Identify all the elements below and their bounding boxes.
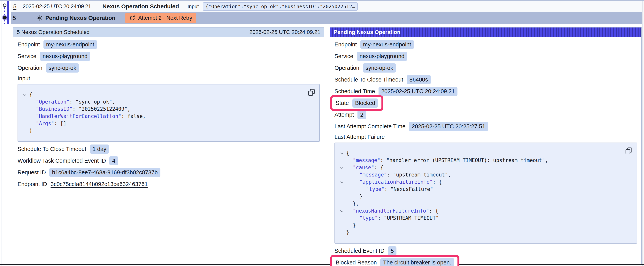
input-section-label: Input bbox=[18, 75, 320, 82]
pending-asterisk-icon bbox=[36, 15, 42, 21]
field-value-badge: 2 bbox=[358, 110, 366, 119]
field-value-badge: 2025-02-25 UTC 20:25:27.51 bbox=[409, 122, 488, 131]
timeline-current-marker-icon[interactable] bbox=[2, 15, 8, 20]
field-row: Operationsync-op-ok bbox=[18, 63, 320, 73]
json-line: { bbox=[337, 150, 632, 157]
scrollbar-track[interactable] bbox=[642, 1, 644, 266]
pending-panel-title: Pending Nexus Operation bbox=[334, 29, 400, 35]
field-label: Endpoint bbox=[334, 41, 357, 48]
field-value-badge: The circuit breaker is open. bbox=[380, 258, 454, 266]
json-line-text: "BusinessID": "20250225122409", bbox=[29, 106, 130, 113]
failure-json-viewer: {"message": "handler error (UPSTREAM_TIM… bbox=[334, 143, 637, 243]
json-line-text: "cause": { bbox=[346, 164, 384, 171]
json-line-text: } bbox=[346, 229, 349, 236]
json-line: "message": "upstream timeout", bbox=[337, 171, 632, 178]
field-value-badge: 5 bbox=[388, 246, 396, 255]
field-row: Scheduled Event ID5 bbox=[334, 246, 637, 255]
json-line: "type": "NexusFailure" bbox=[337, 186, 632, 193]
annotation-highlight-box: Blocked ReasonThe circuit breaker is ope… bbox=[330, 255, 460, 266]
json-line: } bbox=[337, 193, 632, 200]
json-line: "cause": { bbox=[337, 164, 632, 171]
json-line-text: "Args": [] bbox=[29, 120, 66, 127]
json-line-text: { bbox=[346, 150, 349, 157]
field-row: Servicenexus-playground bbox=[334, 52, 637, 61]
pending-panel-header: Pending Nexus Operation bbox=[330, 28, 641, 37]
field-value-badge: sync-op-ok bbox=[46, 63, 79, 73]
field-label: Workflow Task Completed Event ID bbox=[18, 158, 106, 164]
field-row: Operationsync-op-ok bbox=[334, 63, 637, 73]
field-row: Schedule To Close Timeout1 day bbox=[18, 144, 320, 154]
event-input-preview-badge[interactable]: {"Operation":"sync-op-ok","BusinessID":"… bbox=[203, 2, 358, 11]
field-value-badge: my-nexus-endpoint bbox=[44, 40, 97, 49]
scheduled-panel-body: Endpointmy-nexus-endpointServicenexus-pl… bbox=[13, 37, 324, 189]
event-timestamp: 2025-02-25 UTC 20:24:09.21 bbox=[22, 3, 91, 10]
field-label: Scheduled Time bbox=[334, 88, 375, 95]
field-value-badge: b1c6a4bc-8ee7-468a-9169-df3b02c8737b bbox=[49, 168, 160, 177]
copy-json-button[interactable] bbox=[308, 88, 315, 96]
field-label: State bbox=[336, 100, 349, 106]
json-line-text: "message": "handler error (UPSTREAM_TIME… bbox=[346, 157, 548, 164]
panel-pending-nexus-operation: Pending Nexus Operation Endpointmy-nexus… bbox=[330, 27, 642, 264]
field-label: Operation bbox=[334, 65, 359, 71]
copy-json-button[interactable] bbox=[625, 147, 633, 155]
scheduled-panel-timestamp: 2025-02-25 UTC 20:24:09.21 bbox=[250, 29, 320, 35]
collapse-chevron-icon[interactable] bbox=[20, 91, 29, 98]
json-line: } bbox=[337, 222, 632, 229]
field-row: Endpointmy-nexus-endpoint bbox=[334, 40, 637, 49]
annotation-highlight-box: StateBlocked bbox=[330, 95, 384, 111]
collapse-chevron-icon[interactable] bbox=[337, 207, 346, 214]
json-line-text: } bbox=[29, 127, 32, 134]
json-line-text: { bbox=[29, 91, 32, 98]
pending-row-title: Pending Nexus Operation bbox=[45, 15, 116, 21]
collapse-chevron-icon[interactable] bbox=[337, 178, 346, 186]
chevron-gutter bbox=[20, 127, 29, 134]
json-line-text: }, bbox=[346, 200, 359, 207]
chevron-gutter bbox=[337, 200, 346, 207]
field-value-link[interactable]: 3c0c75ccfa8144b092c13ce632463761 bbox=[51, 181, 148, 187]
field-label: Endpoint ID bbox=[18, 181, 47, 187]
field-label: Blocked Reason bbox=[336, 259, 377, 266]
scheduled-panel-header: 5 Nexus Operation Scheduled 2025-02-25 U… bbox=[13, 28, 324, 37]
json-line-text: "type": "NexusFailure" bbox=[346, 186, 433, 193]
chevron-gutter bbox=[20, 98, 29, 106]
chevron-gutter bbox=[337, 157, 346, 164]
field-value-badge: nexus-playground bbox=[357, 52, 407, 61]
field-row: Endpoint ID3c0c75ccfa8144b092c13ce632463… bbox=[18, 180, 320, 189]
collapse-chevron-icon[interactable] bbox=[337, 150, 346, 157]
page-left-rule bbox=[2, 1, 2, 266]
selected-event-indicator-bar bbox=[8, 1, 9, 24]
json-line-text: "message": "upstream timeout", bbox=[346, 171, 451, 178]
pending-event-id-link[interactable]: 5 bbox=[13, 15, 16, 21]
event-name: Nexus Operation Scheduled bbox=[102, 3, 179, 10]
field-row: Endpointmy-nexus-endpoint bbox=[18, 40, 320, 49]
event-id-link[interactable]: 5 bbox=[13, 3, 16, 10]
json-line: "type": "UPSTREAM_TIMEOUT" bbox=[337, 214, 632, 222]
chevron-gutter bbox=[20, 113, 29, 120]
event-row-nexus-scheduled[interactable]: 5 2025-02-25 UTC 20:24:09.21 Nexus Opera… bbox=[11, 1, 642, 12]
chevron-gutter bbox=[337, 229, 346, 236]
json-line-text: "type": "UPSTREAM_TIMEOUT" bbox=[346, 214, 439, 222]
json-line-text: "applicationFailureInfo": { bbox=[346, 178, 442, 186]
field-label: Attempt bbox=[334, 112, 354, 118]
scheduled-panel-title: 5 Nexus Operation Scheduled bbox=[17, 29, 90, 35]
event-detail-label: Input bbox=[188, 4, 199, 10]
field-row: StateBlocked bbox=[334, 99, 637, 108]
json-line-text: "nexusHandlerFailureInfo": { bbox=[346, 207, 438, 214]
pending-panel-body: Endpointmy-nexus-endpointServicenexus-pl… bbox=[330, 37, 641, 266]
panel-nexus-operation-scheduled: 5 Nexus Operation Scheduled 2025-02-25 U… bbox=[13, 27, 324, 264]
bottom-divider-line bbox=[0, 264, 644, 265]
event-row-pending-nexus-operation[interactable]: 5 Pending Nexus Operation Attempt 2 · Ne… bbox=[11, 12, 642, 24]
field-label: Service bbox=[334, 53, 354, 60]
json-line: }, bbox=[337, 200, 632, 207]
json-line: "nexusHandlerFailureInfo": { bbox=[337, 207, 632, 214]
chevron-gutter bbox=[20, 120, 29, 127]
json-line-text: } bbox=[346, 222, 356, 229]
field-row: Request IDb1c6a4bc-8ee7-468a-9169-df3b02… bbox=[18, 168, 320, 177]
field-label: Operation bbox=[18, 65, 42, 71]
field-label: Service bbox=[18, 53, 36, 60]
timeline-open-marker-icon[interactable] bbox=[3, 4, 6, 7]
json-line-text: } bbox=[346, 193, 362, 200]
field-value-badge: 4 bbox=[109, 156, 118, 165]
json-line: "applicationFailureInfo": { bbox=[337, 178, 632, 186]
collapse-chevron-icon[interactable] bbox=[337, 164, 346, 171]
